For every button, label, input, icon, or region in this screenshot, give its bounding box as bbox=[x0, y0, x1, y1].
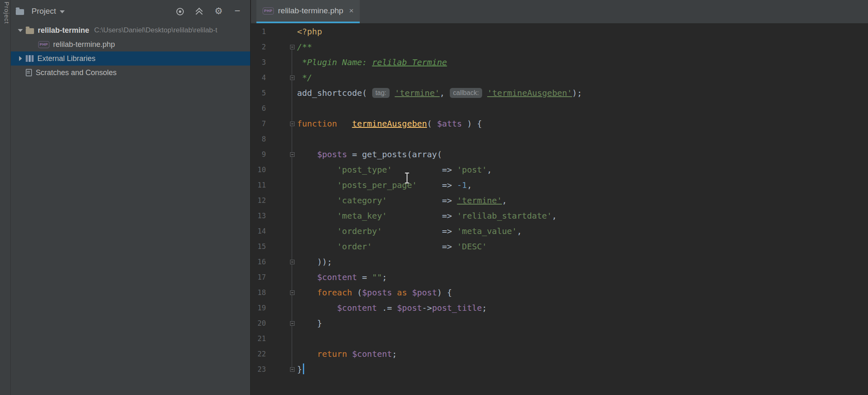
code-line-20[interactable]: 20 } bbox=[251, 316, 868, 331]
tree-item-scratches-and-consoles[interactable]: Scratches and Consoles bbox=[11, 66, 250, 80]
code-line-13[interactable]: 13 'meta_key' => 'relilab_startdate', bbox=[251, 208, 868, 224]
line-number[interactable]: 19 bbox=[251, 300, 266, 316]
tab-relilab-termine-php[interactable]: relilab-termine.php × bbox=[256, 0, 360, 23]
code-token bbox=[407, 288, 412, 297]
tool-window-stripe-label[interactable]: Project bbox=[0, 2, 10, 24]
code-line-18[interactable]: 18 foreach ($posts as $post) { bbox=[251, 285, 868, 300]
line-number[interactable]: 12 bbox=[251, 193, 266, 208]
line-number[interactable]: 15 bbox=[251, 239, 266, 254]
code-line-19[interactable]: 19 $content .= $post->post_title; bbox=[251, 300, 868, 316]
code-text: function termineAusgeben( $atts ) { bbox=[297, 116, 482, 132]
fold-marker-icon[interactable] bbox=[290, 367, 295, 372]
fold-marker-icon[interactable] bbox=[290, 122, 295, 126]
line-number[interactable]: 5 bbox=[251, 85, 266, 101]
hide-panel-icon[interactable] bbox=[234, 7, 244, 16]
line-number[interactable]: 4 bbox=[251, 70, 266, 85]
code-area[interactable]: 1<?php2/**3 *Plugin Name: relilab Termin… bbox=[251, 23, 868, 377]
line-number[interactable]: 21 bbox=[251, 331, 266, 346]
line-number[interactable]: 2 bbox=[251, 39, 266, 55]
code-token: => bbox=[417, 180, 457, 190]
line-number[interactable]: 16 bbox=[251, 254, 266, 270]
code-line-4[interactable]: 4 */ bbox=[251, 70, 868, 85]
code-token: $posts bbox=[317, 149, 347, 159]
code-text: $content = ""; bbox=[297, 270, 387, 285]
fold-marker-icon[interactable] bbox=[290, 290, 295, 295]
code-text: 'orderby' => 'meta_value', bbox=[297, 224, 522, 239]
line-number[interactable]: 8 bbox=[251, 132, 266, 147]
code-line-17[interactable]: 17 $content = ""; bbox=[251, 270, 868, 285]
fold-marker-icon[interactable] bbox=[290, 76, 295, 80]
collapse-all-icon[interactable] bbox=[195, 7, 204, 16]
line-number[interactable]: 9 bbox=[251, 147, 266, 162]
tree-item-label: External Libraries bbox=[37, 54, 95, 63]
line-number[interactable]: 22 bbox=[251, 346, 266, 362]
fold-marker-icon[interactable] bbox=[290, 260, 295, 264]
code-token: ; bbox=[382, 272, 387, 282]
code-line-11[interactable]: 11 'posts_per_page' => -1, bbox=[251, 178, 868, 193]
close-icon[interactable]: × bbox=[349, 6, 354, 15]
code-token bbox=[347, 349, 352, 359]
code-line-1[interactable]: 1<?php bbox=[251, 24, 868, 39]
code-line-2[interactable]: 2/** bbox=[251, 39, 868, 55]
code-line-7[interactable]: 7function termineAusgeben( $atts ) { bbox=[251, 116, 868, 132]
code-token: <?php bbox=[297, 27, 322, 37]
line-number[interactable]: 6 bbox=[251, 101, 266, 116]
line-number[interactable]: 1 bbox=[251, 24, 266, 39]
gutter-fold-column bbox=[266, 147, 297, 162]
tree-item-relilab-termine-php[interactable]: relilab-termine.php bbox=[11, 37, 250, 51]
fold-marker-icon[interactable] bbox=[290, 152, 295, 157]
fold-marker-icon[interactable] bbox=[290, 45, 295, 49]
code-line-14[interactable]: 14 'orderby' => 'meta_value', bbox=[251, 224, 868, 239]
code-line-3[interactable]: 3 *Plugin Name: relilab Termine bbox=[251, 55, 868, 70]
libraries-icon bbox=[26, 55, 34, 62]
code-text: return $content; bbox=[297, 346, 397, 362]
code-line-15[interactable]: 15 'order' => 'DESC' bbox=[251, 239, 868, 254]
code-token bbox=[297, 272, 317, 282]
code-text: 'meta_key' => 'relilab_startdate', bbox=[297, 208, 557, 224]
code-line-5[interactable]: 5add_shortcode( tag: 'termine', callback… bbox=[251, 85, 868, 101]
gutter-fold-column bbox=[266, 300, 297, 316]
line-number[interactable]: 3 bbox=[251, 55, 266, 70]
tree-item-relilab-termine[interactable]: relilab-termineC:\Users\Daniel\Desktop\r… bbox=[11, 23, 250, 37]
settings-gear-icon[interactable] bbox=[215, 7, 224, 16]
tree-item-external-libraries[interactable]: External Libraries bbox=[11, 51, 250, 66]
line-number[interactable]: 17 bbox=[251, 270, 266, 285]
chevron-down-icon[interactable] bbox=[15, 29, 26, 32]
code-line-6[interactable]: 6 bbox=[251, 101, 868, 116]
code-token bbox=[297, 180, 337, 190]
code-text: /** bbox=[297, 39, 312, 55]
line-number[interactable]: 11 bbox=[251, 178, 266, 193]
gutter-fold-column bbox=[266, 362, 297, 377]
code-token: , bbox=[502, 195, 507, 205]
line-number[interactable]: 18 bbox=[251, 285, 266, 300]
code-token bbox=[337, 119, 352, 129]
code-line-16[interactable]: 16 )); bbox=[251, 254, 868, 270]
locate-icon[interactable] bbox=[176, 8, 184, 15]
line-number[interactable]: 20 bbox=[251, 316, 266, 331]
code-token: /** bbox=[297, 42, 312, 52]
code-token: *Plugin Name: bbox=[297, 57, 372, 67]
fold-marker-icon[interactable] bbox=[290, 321, 295, 326]
line-number[interactable]: 14 bbox=[251, 224, 266, 239]
code-token: add_shortcode( bbox=[297, 88, 372, 98]
project-panel-title[interactable]: Project bbox=[32, 7, 56, 16]
code-token: 'DESC' bbox=[457, 241, 487, 251]
code-line-23[interactable]: 23} bbox=[251, 362, 868, 377]
line-number[interactable]: 23 bbox=[251, 362, 266, 377]
gutter-fold-column bbox=[266, 116, 297, 132]
code-line-10[interactable]: 10 'post_type' => 'post', bbox=[251, 162, 868, 178]
code-line-21[interactable]: 21 bbox=[251, 331, 868, 346]
code-line-8[interactable]: 8 bbox=[251, 132, 868, 147]
line-number[interactable]: 13 bbox=[251, 208, 266, 224]
chevron-right-icon[interactable] bbox=[15, 56, 26, 61]
code-line-12[interactable]: 12 'category' => 'termine', bbox=[251, 193, 868, 208]
chevron-down-icon[interactable] bbox=[60, 10, 65, 13]
tree-item-label: relilab-termine.php bbox=[53, 40, 115, 49]
gutter-fold-column bbox=[266, 316, 297, 331]
code-line-22[interactable]: 22 return $content; bbox=[251, 346, 868, 362]
code-text: } bbox=[297, 362, 304, 377]
code-line-9[interactable]: 9 $posts = get_posts(array( bbox=[251, 147, 868, 162]
line-number[interactable]: 7 bbox=[251, 116, 266, 132]
code-token bbox=[297, 149, 317, 159]
line-number[interactable]: 10 bbox=[251, 162, 266, 178]
